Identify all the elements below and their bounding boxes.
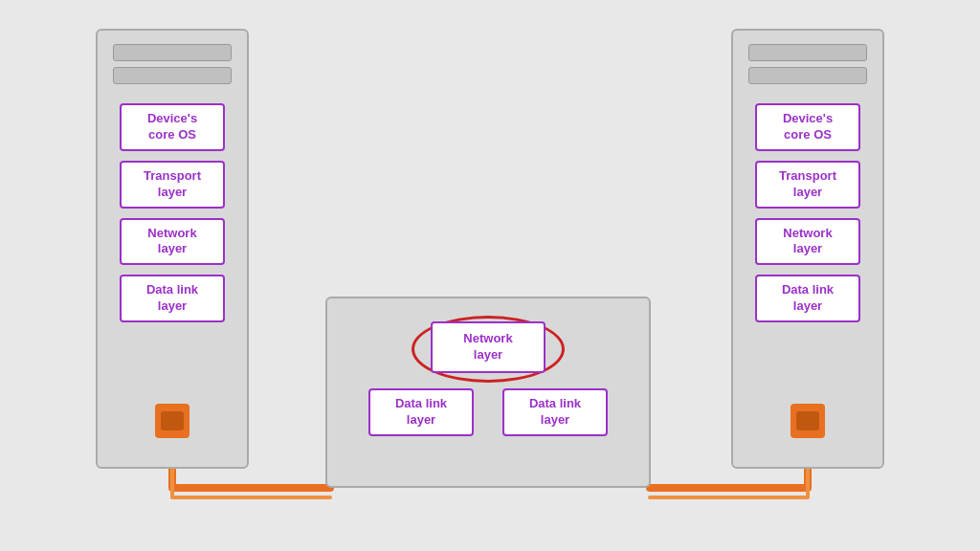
layer-datalink-right: Data linklayer: [755, 275, 860, 322]
network-diagram: Device'score OS Transportlayer Networkla…: [0, 0, 980, 551]
layer-datalink-left: Data linklayer: [120, 275, 225, 322]
router-datalink-right: Data linklayer: [502, 388, 608, 436]
layer-network-left: Networklayer: [120, 218, 225, 266]
router-layers: Networklayer Data linklayer Data linklay…: [327, 298, 649, 450]
layer-core-os-right: Device'score OS: [755, 103, 860, 151]
server-left: Device'score OS Transportlayer Networkla…: [96, 29, 249, 469]
router-datalink-left: Data linklayer: [368, 388, 474, 436]
server-left-layers: Device'score OS Transportlayer Networkla…: [98, 94, 247, 332]
server-top-bar-right-2: [748, 67, 867, 84]
layer-network-right: Networklayer: [755, 218, 860, 266]
router-bottom-layers: Data linklayer Data linklayer: [368, 388, 608, 436]
server-top-bar-right-1: [748, 44, 867, 61]
layer-transport-left: Transportlayer: [120, 161, 225, 209]
layer-transport-right: Transportlayer: [755, 161, 860, 209]
server-top-bar-1: [113, 44, 232, 61]
server-top-bar-2: [113, 67, 232, 84]
layer-core-os-left: Device'score OS: [120, 103, 225, 151]
server-port-right: [791, 404, 825, 438]
server-right-layers: Device'score OS Transportlayer Networkla…: [733, 94, 882, 332]
router-network-layer: Networklayer: [431, 321, 546, 373]
server-port-left: [155, 404, 189, 438]
server-right: Device'score OS Transportlayer Networkla…: [731, 29, 884, 469]
router-network-layer-container: Networklayer: [341, 312, 635, 373]
router-box: Networklayer Data linklayer Data linklay…: [325, 297, 651, 488]
